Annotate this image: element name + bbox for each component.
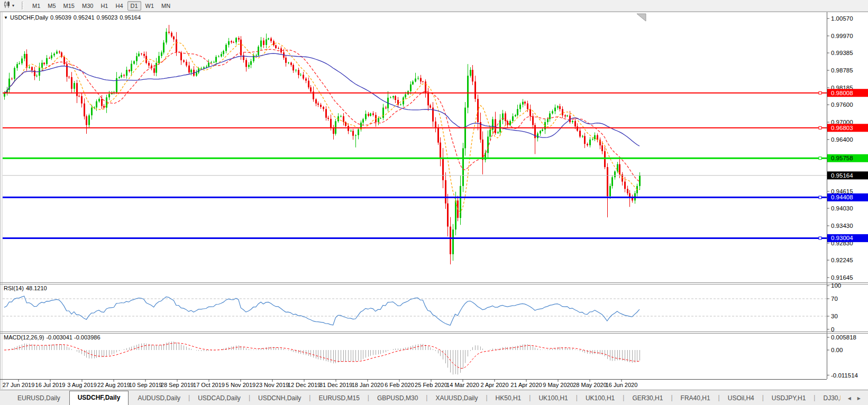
chart-tab-dj30-m15[interactable]: DJ30,M15: [815, 393, 840, 405]
rsi-indicator-label: RSI(14)48.1210: [4, 285, 49, 291]
svg-text:0.94030: 0.94030: [831, 205, 853, 211]
svg-text:-0.011514: -0.011514: [831, 372, 858, 379]
svg-text:17 Oct 2019: 17 Oct 2019: [193, 382, 225, 388]
svg-text:30: 30: [831, 313, 838, 319]
chart-tab-eurusd-m15[interactable]: EURUSD,M15: [310, 393, 367, 405]
tf-button-d1[interactable]: D1: [127, 1, 141, 11]
price-low: 0.95023: [97, 14, 118, 21]
chart-tabs: EURUSD,DailyUSDCHF,DailyAUDUSD,Daily|USD…: [0, 390, 840, 405]
svg-text:1.00570: 1.00570: [831, 15, 853, 22]
svg-text:9 May 2020: 9 May 2020: [543, 382, 573, 388]
tab-nav: ◀ ▶: [840, 396, 868, 405]
svg-text:25 Feb 2020: 25 Feb 2020: [415, 382, 447, 388]
chart-tab-gbpusd-m30[interactable]: GBPUSD,M30: [369, 393, 426, 405]
chart-type-tool[interactable]: ▾: [2, 1, 15, 11]
svg-text:27 Jun 2019: 27 Jun 2019: [3, 382, 35, 388]
svg-text:18 Jan 2020: 18 Jan 2020: [352, 382, 384, 388]
svg-text:2 Apr 2020: 2 Apr 2020: [480, 382, 508, 388]
svg-text:0.91645: 0.91645: [831, 274, 853, 281]
svg-text:22 Aug 2019: 22 Aug 2019: [97, 382, 130, 388]
chart-tab-usdcad-daily[interactable]: USDCAD,Daily: [190, 393, 249, 405]
rsi-name: RSI(14): [4, 285, 24, 291]
chart-tab-usdcnh-daily[interactable]: USDCNH,Daily: [250, 393, 309, 405]
svg-text:0.93430: 0.93430: [831, 223, 853, 229]
svg-text:0.96803: 0.96803: [831, 125, 853, 131]
svg-text:0.93004: 0.93004: [831, 235, 853, 241]
chart-tab-hk50-h1[interactable]: HK50,H1: [488, 393, 529, 405]
tf-button-w1[interactable]: W1: [142, 1, 158, 11]
candlestick-chart-icon: [3, 1, 11, 11]
svg-text:0.00: 0.00: [831, 347, 843, 353]
chart-window: 1.005700.999700.993850.987850.981850.976…: [0, 12, 868, 390]
macd-indicator-label: MACD(12,26,9)-0.003041 -0.003986: [4, 334, 103, 340]
svg-text:14 Mar 2020: 14 Mar 2020: [446, 382, 479, 388]
chart-tab-usdjpy-h1[interactable]: USDJPY,H1: [764, 393, 814, 405]
price-close: 0.95164: [120, 14, 141, 21]
svg-text:16 Jun 2020: 16 Jun 2020: [606, 382, 638, 388]
chart-tab-uk100-h1[interactable]: UK100,H1: [578, 393, 623, 405]
svg-text:5 Nov 2019: 5 Nov 2019: [226, 382, 255, 388]
svg-text:21 Apr 2020: 21 Apr 2020: [510, 382, 542, 388]
chart-tab-usoil-h4[interactable]: USOil,H4: [720, 393, 762, 405]
chart-tab-uk100-h1[interactable]: UK100,H1: [531, 393, 575, 405]
svg-text:0.95758: 0.95758: [831, 155, 853, 161]
svg-text:0.98008: 0.98008: [831, 90, 853, 96]
svg-text:0.92245: 0.92245: [831, 257, 853, 263]
chart-tab-eurusd-daily[interactable]: EURUSD,Daily: [10, 393, 68, 405]
svg-text:28 May 2020: 28 May 2020: [573, 382, 607, 388]
chart-tab-usdchf-daily[interactable]: USDCHF,Daily: [69, 391, 129, 405]
tf-button-m30[interactable]: M30: [79, 1, 96, 11]
chart-tab-xauusd-daily[interactable]: XAUUSD,Daily: [427, 393, 486, 405]
tf-button-m1[interactable]: M1: [29, 1, 43, 11]
tabs-scroll-right-icon[interactable]: ▶: [857, 396, 861, 401]
svg-text:3 Aug 2019: 3 Aug 2019: [67, 382, 97, 388]
svg-text:0.99385: 0.99385: [831, 50, 853, 56]
svg-text:16 Jul 2019: 16 Jul 2019: [35, 382, 66, 388]
tabs-scroll-left-icon[interactable]: ◀: [848, 396, 851, 401]
macd-value: -0.003041 -0.003986: [46, 334, 100, 340]
svg-text:0.97600: 0.97600: [831, 102, 853, 108]
tf-button-m5[interactable]: M5: [44, 1, 59, 11]
svg-text:0.96400: 0.96400: [831, 136, 853, 143]
main-toolbar: ▾ M1M5M15M30H1H4D1W1MN: [0, 0, 868, 12]
svg-text:0.95164: 0.95164: [831, 172, 853, 179]
toolbar-grip[interactable]: [22, 2, 24, 10]
svg-text:23 Nov 2019: 23 Nov 2019: [256, 382, 289, 388]
mt4-terminal: ▾ M1M5M15M30H1H4D1W1MN 1.005700.999700.9…: [0, 0, 868, 405]
tf-button-mn[interactable]: MN: [158, 1, 173, 11]
svg-text:0.99970: 0.99970: [831, 33, 853, 39]
svg-text:6 Feb 2020: 6 Feb 2020: [385, 382, 414, 388]
tf-button-m15[interactable]: M15: [60, 1, 78, 11]
svg-text:12 Dec 2019: 12 Dec 2019: [288, 382, 321, 388]
svg-text:0: 0: [831, 326, 834, 333]
svg-text:28 Sep 2019: 28 Sep 2019: [161, 382, 194, 388]
svg-text:100: 100: [831, 282, 841, 289]
svg-text:0.98785: 0.98785: [831, 67, 853, 73]
chart-tab-ger30-h1[interactable]: GER30,H1: [624, 393, 671, 405]
chart-title: ▼USDCHF,Daily0.950390.952410.950230.9516…: [4, 14, 143, 21]
tf-button-h4[interactable]: H4: [112, 1, 126, 11]
dropdown-caret-icon[interactable]: ▾: [12, 3, 14, 8]
svg-text:10 Sep 2019: 10 Sep 2019: [129, 382, 162, 388]
rsi-value: 48.1210: [26, 285, 47, 291]
svg-text:0.94408: 0.94408: [831, 194, 853, 200]
svg-text:70: 70: [831, 296, 838, 302]
timeframe-toolbar: M1M5M15M30H1H4D1W1MN: [29, 1, 175, 11]
chart-tab-fra40-h1[interactable]: FRA40,H1: [673, 393, 718, 405]
tf-button-h1[interactable]: H1: [97, 1, 111, 11]
collapse-chart-icon[interactable]: ▼: [4, 15, 8, 20]
macd-name: MACD(12,26,9): [4, 334, 44, 340]
chart-symbol: USDCHF,Daily: [10, 14, 48, 21]
svg-text:0.005818: 0.005818: [831, 334, 856, 340]
price-high: 0.95241: [74, 14, 95, 21]
svg-text:31 Dec 2019: 31 Dec 2019: [319, 382, 352, 388]
chart-tab-bar: EURUSD,DailyUSDCHF,DailyAUDUSD,Daily|USD…: [0, 390, 868, 405]
price-open: 0.95039: [50, 14, 71, 21]
chart-tab-audusd-daily[interactable]: AUDUSD,Daily: [130, 393, 188, 405]
